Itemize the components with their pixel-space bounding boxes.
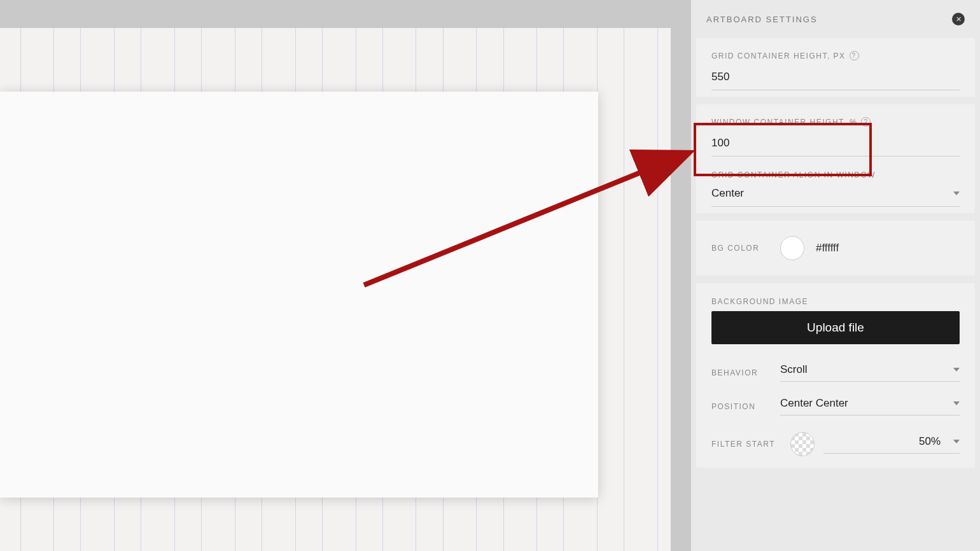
section-window-height: WINDOW CONTAINER HEIGHT, % ? GRID CONTAI…: [696, 104, 975, 213]
chevron-down-icon: [953, 401, 960, 405]
grid-height-label-text: GRID CONTAINER HEIGHT, PX: [711, 52, 846, 60]
behavior-select[interactable]: Scroll: [780, 363, 960, 382]
settings-panel: ARTBOARD SETTINGS ✕ GRID CONTAINER HEIGH…: [690, 0, 980, 551]
bg-color-value: #ffffff: [816, 242, 839, 255]
window-height-input[interactable]: [711, 134, 960, 157]
artboard-outer: [0, 28, 671, 551]
grid-height-label: GRID CONTAINER HEIGHT, PX ?: [711, 51, 960, 60]
grid-align-select[interactable]: Center: [711, 187, 960, 207]
help-icon[interactable]: ?: [861, 117, 871, 127]
bg-image-label: BACKGROUND IMAGE: [696, 283, 975, 311]
window-height-label: WINDOW CONTAINER HEIGHT, % ?: [711, 117, 960, 127]
filter-color-swatch[interactable]: [790, 432, 815, 456]
chevron-down-icon: [953, 192, 960, 195]
canvas-area[interactable]: [0, 0, 690, 551]
grid-height-input[interactable]: [711, 68, 960, 90]
position-field: POSITION Center Center: [696, 389, 975, 423]
position-label: POSITION: [711, 402, 769, 411]
panel-header: ARTBOARD SETTINGS ✕: [691, 0, 980, 38]
behavior-value: Scroll: [780, 363, 808, 376]
help-icon[interactable]: ?: [850, 51, 859, 60]
chevron-down-icon: [953, 440, 960, 443]
bg-color-swatch[interactable]: [780, 236, 804, 260]
filter-start-select[interactable]: 50%: [823, 435, 960, 454]
section-grid-height: GRID CONTAINER HEIGHT, PX ?: [696, 38, 975, 97]
grid-align-value: Center: [711, 187, 744, 200]
section-bg-color: BG COLOR #ffffff: [696, 221, 975, 276]
chevron-down-icon: [953, 368, 960, 372]
grid-align-label-text: GRID CONTAINER ALIGN IN WINDOW: [711, 171, 876, 179]
grid-align-label: GRID CONTAINER ALIGN IN WINDOW: [711, 171, 960, 179]
upload-file-button[interactable]: Upload file: [711, 311, 960, 344]
artboard[interactable]: [0, 92, 598, 498]
behavior-label: BEHAVIOR: [711, 368, 769, 377]
section-bg-image: BACKGROUND IMAGE Upload file BEHAVIOR Sc…: [696, 283, 975, 468]
window-height-label-text: WINDOW CONTAINER HEIGHT, %: [711, 118, 857, 127]
position-select[interactable]: Center Center: [780, 397, 960, 415]
filter-start-value: 50%: [919, 435, 941, 448]
panel-title: ARTBOARD SETTINGS: [706, 15, 818, 24]
behavior-field: BEHAVIOR Scroll: [696, 356, 975, 389]
position-value: Center Center: [780, 397, 848, 410]
filter-start-field: FILTER START 50%: [696, 423, 975, 468]
close-icon[interactable]: ✕: [952, 13, 965, 25]
filter-start-label: FILTER START: [711, 440, 781, 449]
panel-body: GRID CONTAINER HEIGHT, PX ? WINDOW CONTA…: [691, 38, 980, 488]
bg-color-label: BG COLOR: [711, 244, 769, 253]
